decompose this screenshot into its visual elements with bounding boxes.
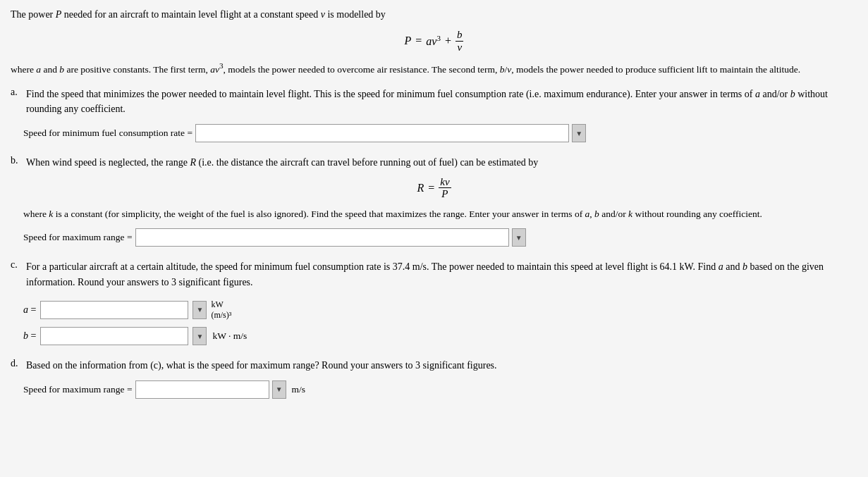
- part-d-input-row: Speed for maximum range = ▼ m/s: [23, 380, 857, 399]
- part-c-b-btn[interactable]: ▼: [192, 327, 207, 345]
- part-a-input-label: Speed for minimum fuel consumption rate …: [23, 128, 192, 139]
- part-c-section: c. For a particular aircraft at a certai…: [11, 259, 857, 345]
- part-b-where-sub: where k is a constant (for simplicity, t…: [23, 207, 857, 221]
- part-a-text: Find the speed that minimizes the power …: [26, 87, 857, 117]
- formula-r-display: R = kv P: [11, 176, 857, 200]
- part-c-b-label: b =: [23, 330, 36, 342]
- part-a-input-row: Speed for minimum fuel consumption rate …: [23, 124, 857, 142]
- formula-p-display: P = av3 + b v: [11, 29, 857, 53]
- part-a-label: a. Find the speed that minimizes the pow…: [11, 87, 857, 117]
- part-d-input[interactable]: [135, 380, 269, 399]
- intro-sentence: The power P needed for an aircraft to ma…: [11, 9, 386, 20]
- part-d-input-label: Speed for maximum range =: [23, 384, 133, 395]
- part-b-text: When wind speed is neglected, the range …: [26, 155, 857, 171]
- part-c-inputs: a = ▼ kW (m/s)³ b = ▼ kW · m/s: [23, 299, 857, 345]
- part-d-unit: m/s: [292, 384, 306, 395]
- part-a-input-btn[interactable]: ▼: [572, 124, 586, 142]
- part-c-label: c. For a particular aircraft at a certai…: [11, 259, 857, 290]
- part-a-letter: a.: [11, 87, 22, 98]
- part-d-text: Based on the information from (c), what …: [26, 358, 857, 373]
- part-c-b-unit: kW · m/s: [212, 330, 247, 342]
- part-a-section: a. Find the speed that minimizes the pow…: [11, 87, 857, 142]
- part-c-a-btn[interactable]: ▼: [192, 301, 207, 319]
- part-c-b-input[interactable]: [40, 327, 188, 345]
- part-d-letter: d.: [11, 358, 22, 369]
- part-d-label: d. Based on the information from (c), wh…: [11, 358, 857, 373]
- part-b-input-btn[interactable]: ▼: [512, 228, 526, 247]
- part-b-input-label: Speed for maximum range =: [23, 232, 133, 243]
- part-c-a-unit-top: kW: [211, 299, 231, 309]
- part-c-a-unit-bot: (m/s)³: [211, 310, 231, 320]
- part-b-section: b. When wind speed is neglected, the ran…: [11, 155, 857, 247]
- part-b-input[interactable]: [135, 228, 509, 247]
- part-d-input-btn[interactable]: ▼: [272, 380, 286, 399]
- part-c-letter: c.: [11, 259, 22, 271]
- part-c-a-row: a = ▼ kW (m/s)³: [23, 299, 857, 320]
- part-c-a-unit: kW (m/s)³: [211, 299, 231, 320]
- part-c-text: For a particular aircraft at a certain a…: [26, 259, 857, 290]
- part-b-input-row: Speed for maximum range = ▼: [23, 228, 857, 247]
- part-c-a-label: a =: [23, 304, 36, 316]
- part-c-a-input[interactable]: [40, 301, 188, 319]
- part-a-input[interactable]: [195, 124, 569, 142]
- part-d-section: d. Based on the information from (c), wh…: [11, 358, 857, 399]
- where-line: where a and b are positive constants. Th…: [11, 60, 857, 77]
- intro-text: The power P needed for an aircraft to ma…: [11, 7, 857, 22]
- part-c-b-row: b = ▼ kW · m/s: [23, 327, 857, 345]
- part-b-letter: b.: [11, 155, 22, 166]
- part-b-label: b. When wind speed is neglected, the ran…: [11, 155, 857, 171]
